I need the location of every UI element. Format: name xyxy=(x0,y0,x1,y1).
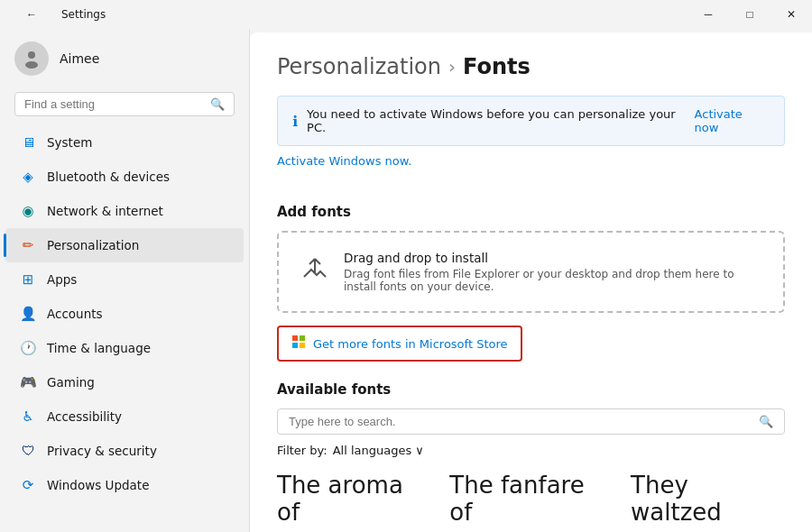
sidebar-item-label: System xyxy=(47,135,92,150)
time-icon: 🕐 xyxy=(20,340,36,356)
ms-store-button[interactable]: Get more fonts in Microsoft Store xyxy=(277,326,522,362)
svg-point-1 xyxy=(25,61,38,69)
sidebar-item-network[interactable]: ◉ Network & internet xyxy=(5,194,244,228)
font-preview-0: The aroma of xyxy=(277,472,431,526)
sidebar-item-label: Apps xyxy=(47,272,77,287)
info-banner-text: You need to activate Windows before you … xyxy=(307,107,695,134)
sidebar-item-accounts[interactable]: 👤 Accounts xyxy=(5,297,244,331)
privacy-icon: 🛡 xyxy=(20,443,36,459)
sidebar-item-privacy[interactable]: 🛡 Privacy & security xyxy=(5,434,244,468)
sidebar: Aimee 🔍 🖥 System ◈ Bluetooth & devices ◉… xyxy=(0,29,249,532)
svg-rect-3 xyxy=(300,335,305,341)
drop-secondary-text: Drag font files from File Explorer or yo… xyxy=(344,268,761,293)
filter-value: All languages xyxy=(333,444,412,457)
search-container: 🔍 xyxy=(0,88,249,125)
font-previews: The aroma of The fanfare of They waltzed xyxy=(277,472,785,526)
drop-zone-text: Drag and drop to install Drag font files… xyxy=(344,251,761,293)
sidebar-nav: 🖥 System ◈ Bluetooth & devices ◉ Network… xyxy=(0,125,249,502)
sidebar-item-label: Personalization xyxy=(47,238,139,252)
filter-label: Filter by: xyxy=(277,444,328,457)
sidebar-item-accessibility[interactable]: ♿ Accessibility xyxy=(5,399,244,434)
app-container: Aimee 🔍 🖥 System ◈ Bluetooth & devices ◉… xyxy=(0,29,812,532)
drop-primary-text: Drag and drop to install xyxy=(344,251,761,265)
minimize-button[interactable]: ─ xyxy=(687,0,729,29)
sidebar-item-label: Accessibility xyxy=(47,409,122,424)
sidebar-item-bluetooth[interactable]: ◈ Bluetooth & devices xyxy=(5,160,244,194)
fonts-search-icon: 🔍 xyxy=(759,415,773,428)
user-profile[interactable]: Aimee xyxy=(0,29,249,88)
sidebar-item-gaming[interactable]: 🎮 Gaming xyxy=(5,365,244,399)
avatar xyxy=(14,41,49,76)
drag-drop-icon xyxy=(300,255,329,289)
sidebar-item-label: Gaming xyxy=(47,375,95,390)
available-fonts-header: Available fonts xyxy=(277,381,785,398)
chevron-down-icon: ∨ xyxy=(415,444,424,457)
main-content: Personalization › Fonts ℹ You need to ac… xyxy=(250,32,812,532)
accounts-icon: 👤 xyxy=(20,306,36,322)
add-fonts-header: Add fonts xyxy=(277,204,785,220)
search-icon: 🔍 xyxy=(210,97,225,111)
windows-update-icon: ⟳ xyxy=(20,477,36,493)
search-box[interactable]: 🔍 xyxy=(14,92,235,116)
sidebar-item-personalization[interactable]: ✏ Personalization xyxy=(5,228,244,262)
breadcrumb-separator: › xyxy=(448,56,456,78)
app-title: Settings xyxy=(61,8,106,21)
ms-store-icon xyxy=(291,335,306,353)
sidebar-item-label: Bluetooth & devices xyxy=(47,170,170,184)
font-preview-1: The fanfare of xyxy=(449,472,613,526)
svg-rect-4 xyxy=(292,343,298,348)
sidebar-item-label: Windows Update xyxy=(47,478,149,492)
sidebar-item-time[interactable]: 🕐 Time & language xyxy=(5,331,244,365)
search-input[interactable] xyxy=(24,97,203,111)
breadcrumb-current: Fonts xyxy=(463,54,531,79)
filter-row: Filter by: All languages ∨ xyxy=(277,444,785,457)
titlebar-controls: ─ □ ✕ xyxy=(687,0,812,29)
info-banner-left: ℹ You need to activate Windows before yo… xyxy=(292,107,695,134)
font-drop-zone[interactable]: Drag and drop to install Drag font files… xyxy=(277,231,785,313)
info-icon: ℹ xyxy=(292,113,298,130)
fonts-search-box[interactable]: 🔍 xyxy=(277,408,785,435)
sidebar-item-system[interactable]: 🖥 System xyxy=(5,125,244,160)
breadcrumb: Personalization › Fonts xyxy=(277,54,785,79)
sidebar-item-label: Accounts xyxy=(47,307,103,321)
svg-rect-2 xyxy=(292,335,298,341)
back-button[interactable]: ← xyxy=(11,0,52,29)
maximize-button[interactable]: □ xyxy=(729,0,770,29)
fonts-search-input[interactable] xyxy=(289,415,752,428)
svg-point-0 xyxy=(28,51,35,59)
close-button[interactable]: ✕ xyxy=(770,0,812,29)
svg-rect-5 xyxy=(300,343,305,348)
bluetooth-icon: ◈ xyxy=(20,169,36,185)
user-name: Aimee xyxy=(60,51,99,66)
sidebar-item-label: Privacy & security xyxy=(47,444,157,458)
breadcrumb-parent[interactable]: Personalization xyxy=(277,54,441,79)
titlebar: ← Settings ─ □ ✕ xyxy=(0,0,812,29)
sidebar-item-windows-update[interactable]: ⟳ Windows Update xyxy=(5,468,244,502)
activate-windows-now-link[interactable]: Activate Windows now. xyxy=(277,154,411,168)
filter-dropdown[interactable]: All languages ∨ xyxy=(333,444,424,457)
ms-store-label: Get more fonts in Microsoft Store xyxy=(313,337,508,351)
sidebar-item-apps[interactable]: ⊞ Apps xyxy=(5,262,244,297)
activate-now-link[interactable]: Activate now xyxy=(695,107,770,134)
font-preview-2: They waltzed xyxy=(631,472,785,526)
personalization-icon: ✏ xyxy=(20,237,36,253)
network-icon: ◉ xyxy=(20,203,36,219)
apps-icon: ⊞ xyxy=(20,271,36,288)
titlebar-left: ← Settings xyxy=(11,0,106,29)
system-icon: 🖥 xyxy=(20,134,36,151)
accessibility-icon: ♿ xyxy=(20,408,36,425)
gaming-icon: 🎮 xyxy=(20,374,36,390)
sidebar-item-label: Network & internet xyxy=(47,204,163,218)
info-banner: ℹ You need to activate Windows before yo… xyxy=(277,96,785,146)
sidebar-item-label: Time & language xyxy=(47,341,151,355)
